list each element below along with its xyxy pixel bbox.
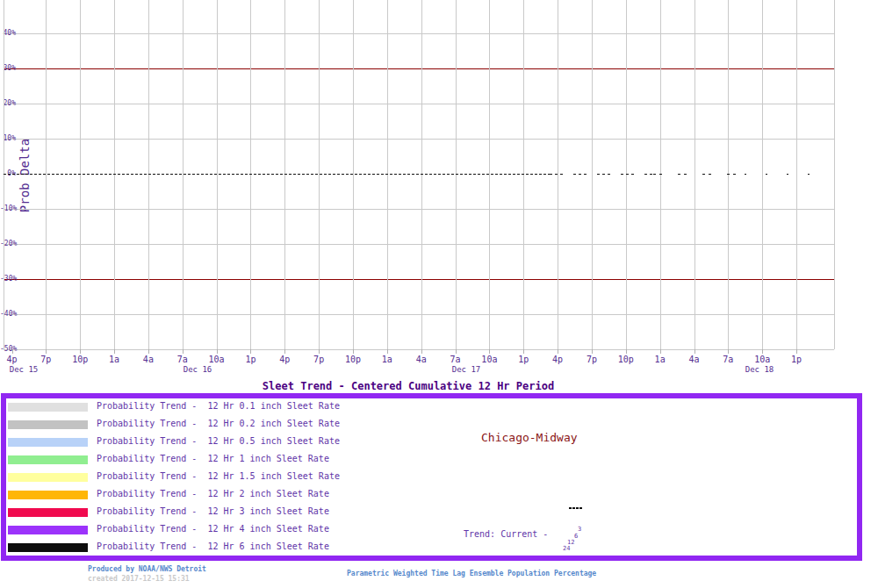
x-tick-mark xyxy=(12,349,13,354)
zero-line-segment xyxy=(745,174,827,175)
x-tick-label: 4p xyxy=(552,355,563,364)
x-tick-mark xyxy=(217,349,218,354)
x-tick-label: 7p xyxy=(313,355,324,364)
x-gridline xyxy=(694,0,695,349)
x-gridline xyxy=(148,0,149,349)
legend-swatch xyxy=(8,403,88,412)
x-tick-label: 4a xyxy=(143,355,154,364)
lag-hour-label: 6 xyxy=(574,533,578,540)
legend-item-label: Probability Trend - 12 Hr 0.1 inch Sleet… xyxy=(97,401,340,411)
x-tick-label: 4a xyxy=(416,355,427,364)
zero-line-segment xyxy=(4,174,550,175)
legend-swatch xyxy=(8,543,88,552)
x-tick-label: 7a xyxy=(450,355,461,364)
legend-swatch xyxy=(8,526,88,534)
reference-line xyxy=(4,68,834,69)
y-tick-label: 10% xyxy=(0,134,16,143)
x-tick-mark xyxy=(626,349,627,354)
x-tick-label: 1p xyxy=(245,355,255,364)
x-tick-mark xyxy=(558,349,558,354)
x-tick-label: 1a xyxy=(382,355,392,364)
x-tick-label: 10a xyxy=(754,355,770,364)
x-tick-mark xyxy=(353,349,354,354)
x-gridline xyxy=(353,0,354,349)
y-tick-label: 20% xyxy=(0,99,16,108)
x-tick-label: 7a xyxy=(177,355,188,364)
x-tick-mark xyxy=(489,349,490,354)
x-tick-label: 4p xyxy=(6,355,17,364)
x-tick-mark xyxy=(762,349,763,354)
x-gridline xyxy=(728,0,729,349)
x-gridline xyxy=(319,0,320,349)
legend-swatch xyxy=(8,420,88,429)
y-gridline xyxy=(4,209,834,210)
x-tick-mark xyxy=(387,349,388,354)
x-gridline xyxy=(114,0,115,349)
producer-credit: Produced by NOAA/NWS Detroit xyxy=(88,565,206,573)
y-tick-label: -20% xyxy=(0,240,16,248)
y-gridline xyxy=(4,244,834,245)
trend-dot xyxy=(576,507,579,509)
station-label: Chicago-Midway xyxy=(481,431,578,444)
plot-left-border xyxy=(4,0,4,349)
x-tick-mark xyxy=(250,349,251,354)
x-gridline xyxy=(387,0,388,349)
y-tick-label: -40% xyxy=(0,310,16,319)
x-gridline xyxy=(762,0,763,349)
x-tick-mark xyxy=(421,349,422,354)
y-tick-label: 30% xyxy=(0,64,16,73)
x-tick-mark xyxy=(523,349,524,354)
x-gridline xyxy=(80,0,81,349)
y-tick-label: -30% xyxy=(0,275,16,283)
date-label: Dec 16 xyxy=(184,365,212,374)
plot-right-border xyxy=(834,0,835,349)
y-gridline xyxy=(4,104,834,104)
x-tick-mark xyxy=(114,349,115,354)
y-tick-label: -10% xyxy=(0,204,16,213)
x-tick-label: 10p xyxy=(72,355,88,364)
x-tick-label: 1a xyxy=(655,355,666,364)
lag-hour-label: 24 xyxy=(563,545,570,552)
created-timestamp: created 2017-12-15 15:31 xyxy=(88,575,190,583)
legend-swatch xyxy=(8,438,88,447)
legend-item-label: Probability Trend - 12 Hr 1.5 inch Sleet… xyxy=(97,471,340,481)
legend-swatch xyxy=(8,491,88,499)
x-tick-label: 7a xyxy=(723,355,733,364)
chart-title: Sleet Trend - Centered Cumulative 12 Hr … xyxy=(263,380,554,392)
y-tick-label: 40% xyxy=(0,29,16,38)
method-description: Parametric Weighted Time Lag Ensemble Po… xyxy=(347,570,596,577)
x-gridline xyxy=(217,0,218,349)
x-tick-mark xyxy=(456,349,457,354)
date-label: Dec 17 xyxy=(452,365,481,374)
x-gridline xyxy=(660,0,661,349)
legend-swatch xyxy=(8,455,88,464)
y-tick-label: -50% xyxy=(0,345,16,354)
date-label: Dec 15 xyxy=(10,365,39,374)
x-tick-mark xyxy=(796,349,797,354)
legend-swatch xyxy=(8,473,88,482)
legend-item-label: Probability Trend - 12 Hr 3 inch Sleet R… xyxy=(97,506,329,516)
x-tick-mark xyxy=(592,349,593,354)
legend-item-label: Probability Trend - 12 Hr 4 inch Sleet R… xyxy=(97,524,329,534)
date-label: Dec 18 xyxy=(745,365,774,374)
x-tick-label: 10a xyxy=(209,355,225,364)
x-gridline xyxy=(183,0,184,349)
y-gridline xyxy=(4,139,834,140)
x-tick-label: 1p xyxy=(518,355,529,364)
x-tick-label: 1a xyxy=(109,355,119,364)
legend-item-label: Probability Trend - 12 Hr 2 inch Sleet R… xyxy=(97,489,329,498)
x-gridline xyxy=(796,0,797,349)
trend-dot xyxy=(579,507,582,509)
x-tick-mark xyxy=(80,349,81,354)
x-tick-mark xyxy=(660,349,661,354)
x-tick-label: 10p xyxy=(618,355,634,364)
trend-dot xyxy=(569,507,572,509)
x-tick-label: 10p xyxy=(345,355,361,364)
x-tick-label: 10a xyxy=(481,355,497,364)
legend-item-label: Probability Trend - 12 Hr 0.2 inch Sleet… xyxy=(97,419,340,428)
x-tick-label: 4a xyxy=(688,355,699,364)
x-tick-mark xyxy=(284,349,285,354)
x-tick-label: 4p xyxy=(279,355,290,364)
x-gridline xyxy=(456,0,457,349)
trend-dot xyxy=(572,507,575,509)
